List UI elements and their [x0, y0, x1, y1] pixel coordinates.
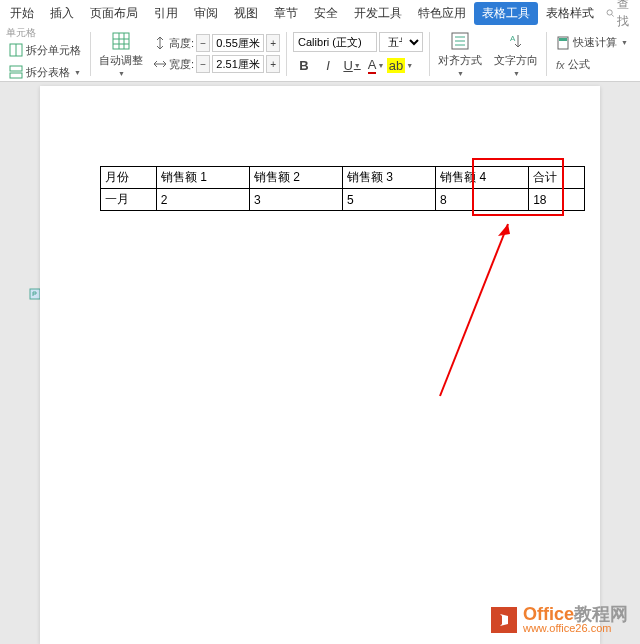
width-decrease[interactable]: − — [196, 55, 210, 73]
header-cell[interactable]: 月份 — [101, 167, 157, 189]
auto-adjust-icon — [111, 31, 131, 51]
menu-start[interactable]: 开始 — [2, 1, 42, 26]
underline-button[interactable]: U▼ — [341, 55, 363, 75]
data-cell[interactable]: 18 — [529, 189, 585, 211]
font-name-select[interactable]: Calibri (正文) — [293, 32, 377, 52]
header-cell[interactable]: 销售额 1 — [156, 167, 249, 189]
height-decrease[interactable]: − — [196, 34, 210, 52]
menu-bar: 开始 插入 页面布局 引用 审阅 视图 章节 安全 开发工具 特色应用 表格工具… — [0, 0, 640, 26]
svg-point-0 — [607, 10, 612, 15]
align-button[interactable]: 对齐方式 ▼ — [432, 29, 488, 79]
split-cell-icon — [9, 43, 23, 57]
formula-button[interactable]: fx 公式 — [553, 55, 631, 74]
fast-calc-label: 快速计算 — [573, 35, 617, 50]
menu-chapter[interactable]: 章节 — [266, 1, 306, 26]
document-page: 月份 销售额 1 销售额 2 销售额 3 销售额 4 合计 一月 2 3 5 8… — [40, 86, 600, 644]
auto-adjust-label: 自动调整 — [99, 53, 143, 68]
align-icon — [450, 31, 470, 51]
width-increase[interactable]: + — [266, 55, 280, 73]
toolbar: 单元格 拆分单元格 拆分表格 ▼ 自动调整 ▼ 高度: − + 宽度: − — [0, 26, 640, 82]
menu-insert[interactable]: 插入 — [42, 1, 82, 26]
fx-icon: fx — [556, 59, 565, 71]
direction-label: 文字方向 — [494, 53, 538, 68]
menu-review[interactable]: 审阅 — [186, 1, 226, 26]
svg-marker-22 — [498, 224, 510, 236]
watermark-url: www.office26.com — [523, 623, 628, 634]
office-logo-icon — [491, 607, 517, 633]
italic-button[interactable]: I — [317, 55, 339, 75]
data-cell[interactable]: 2 — [156, 189, 249, 211]
dimension-group: 高度: − + 宽度: − + — [149, 34, 284, 73]
calc-group: 快速计算 ▼ fx 公式 — [549, 33, 635, 74]
menu-reference[interactable]: 引用 — [146, 1, 186, 26]
data-table[interactable]: 月份 销售额 1 销售额 2 销售额 3 销售额 4 合计 一月 2 3 5 8… — [100, 166, 585, 211]
highlight-button[interactable]: ab▼ — [389, 55, 411, 75]
header-cell[interactable]: 销售额 4 — [436, 167, 529, 189]
watermark: Office教程网 www.office26.com — [491, 605, 628, 634]
table-header-row[interactable]: 月份 销售额 1 销售额 2 销售额 3 销售额 4 合计 — [101, 167, 585, 189]
svg-rect-6 — [113, 33, 129, 49]
svg-rect-19 — [559, 38, 567, 41]
width-label: 宽度: — [169, 57, 194, 72]
partial-label: 单元格 — [6, 26, 84, 40]
menu-table-tools[interactable]: 表格工具 — [474, 2, 538, 25]
height-label: 高度: — [169, 36, 194, 51]
split-cell-button[interactable]: 拆分单元格 — [6, 41, 84, 60]
watermark-title: Office教程网 — [523, 605, 628, 623]
bold-button[interactable]: B — [293, 55, 315, 75]
width-input[interactable] — [212, 55, 264, 73]
table-row[interactable]: 一月 2 3 5 8 18 — [101, 189, 585, 211]
separator — [429, 32, 430, 76]
split-group: 单元格 拆分单元格 拆分表格 ▼ — [2, 26, 88, 82]
split-table-button[interactable]: 拆分表格 ▼ — [6, 63, 84, 82]
header-cell[interactable]: 合计 — [529, 167, 585, 189]
chevron-down-icon: ▼ — [513, 70, 520, 77]
data-cell[interactable]: 5 — [342, 189, 435, 211]
chevron-down-icon: ▼ — [118, 70, 125, 77]
font-color-button[interactable]: A▼ — [365, 55, 387, 75]
split-table-label: 拆分表格 — [26, 65, 70, 80]
search-icon — [606, 7, 614, 19]
header-cell[interactable]: 销售额 3 — [342, 167, 435, 189]
annotation-arrow — [420, 216, 520, 406]
menu-security[interactable]: 安全 — [306, 1, 346, 26]
data-cell[interactable]: 一月 — [101, 189, 157, 211]
search-area[interactable]: 查找 — [602, 0, 638, 30]
menu-table-style[interactable]: 表格样式 — [538, 1, 602, 26]
chevron-down-icon: ▼ — [621, 39, 628, 46]
height-increase[interactable]: + — [266, 34, 280, 52]
svg-line-21 — [440, 224, 508, 396]
separator — [286, 32, 287, 76]
menu-page-layout[interactable]: 页面布局 — [82, 1, 146, 26]
data-cell[interactable]: 8 — [436, 189, 529, 211]
search-label: 查找 — [617, 0, 634, 30]
data-cell[interactable]: 3 — [249, 189, 342, 211]
height-icon — [153, 36, 167, 50]
chevron-down-icon: ▼ — [457, 70, 464, 77]
calculator-icon — [556, 36, 570, 50]
font-size-select[interactable]: 五号 — [379, 32, 423, 52]
svg-rect-4 — [10, 66, 22, 71]
font-group: Calibri (正文) 五号 B I U▼ A▼ ab▼ — [289, 32, 427, 75]
menu-dev-tools[interactable]: 开发工具 — [346, 1, 410, 26]
split-table-icon — [9, 65, 23, 79]
chevron-down-icon: ▼ — [74, 69, 81, 76]
auto-adjust-button[interactable]: 自动调整 ▼ — [93, 29, 149, 79]
menu-special[interactable]: 特色应用 — [410, 1, 474, 26]
header-cell[interactable]: 销售额 2 — [249, 167, 342, 189]
separator — [90, 32, 91, 76]
menu-view[interactable]: 视图 — [226, 1, 266, 26]
align-label: 对齐方式 — [438, 53, 482, 68]
text-direction-button[interactable]: A 文字方向 ▼ — [488, 29, 544, 79]
height-input[interactable] — [212, 34, 264, 52]
document-area: 月份 销售额 1 销售额 2 销售额 3 销售额 4 合计 一月 2 3 5 8… — [0, 82, 640, 644]
svg-line-1 — [612, 15, 614, 17]
svg-text:A: A — [510, 34, 516, 43]
svg-rect-5 — [10, 73, 22, 78]
formula-label: 公式 — [568, 57, 590, 72]
width-icon — [153, 57, 167, 71]
separator — [546, 32, 547, 76]
fast-calc-button[interactable]: 快速计算 ▼ — [553, 33, 631, 52]
text-direction-icon: A — [506, 31, 526, 51]
split-cell-label: 拆分单元格 — [26, 43, 81, 58]
